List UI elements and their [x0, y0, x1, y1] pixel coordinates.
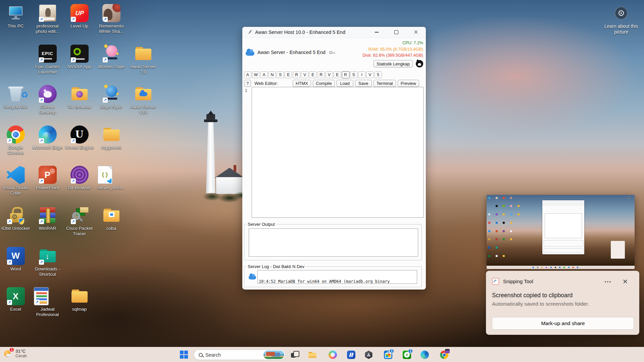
letter-tab-n-3[interactable]: N — [268, 71, 276, 78]
desktop-icon-github-desktop[interactable]: GitHub Desktop — [32, 85, 63, 115]
desktop-icon-this-pc[interactable]: This PC — [0, 4, 31, 29]
screenshot-preview[interactable] — [487, 195, 635, 269]
desktop-icon-powerpoint[interactable]: PPowerPoint — [32, 166, 63, 191]
desktop-icon-awan-server-7-0[interactable]: Awan Server 7.0 — [128, 45, 159, 75]
desktop-icon-downloads-shortcut[interactable]: Downloads - Shortcut — [32, 247, 63, 277]
desktop-icon-label: Awan Server 7.0 — [128, 64, 159, 75]
letter-tab-a-2[interactable]: A — [260, 71, 268, 78]
log-cloud-icon — [249, 275, 256, 279]
desktop-icon-iobit-unlocker[interactable]: IObit Unlocker — [0, 206, 31, 231]
key-icon — [329, 51, 332, 54]
desktop-icon-tor-browser-folder[interactable]: Tor Browser — [64, 85, 95, 110]
letter-tab-v-15[interactable]: V — [366, 71, 374, 78]
window-titlebar[interactable]: Awan Server Host 10.0 - Enhanced 5 End — [242, 27, 426, 38]
desktop-icon-coba[interactable]: coba — [96, 206, 127, 231]
desktop-icon-google-chrome[interactable]: Google Chrome — [0, 125, 31, 156]
help-button[interactable]: ? — [244, 80, 251, 87]
shortcut-arrow-icon — [7, 260, 12, 265]
desktop-icon-label: Tor Browser — [64, 104, 95, 110]
desktop-icon-visual-studio-code[interactable]: Visual Studio Code — [0, 166, 31, 196]
letter-tab-e-5[interactable]: E — [285, 71, 292, 78]
copilot-button[interactable] — [329, 351, 337, 359]
weather-widget[interactable]: 1 31°C Cerah — [3, 349, 27, 359]
markup-share-button[interactable]: Mark-up and share — [492, 317, 634, 330]
recycle-bin-icon — [7, 85, 25, 103]
desktop-icon-awan-server-v10[interactable]: Awan Server V10 — [128, 85, 159, 115]
compile-button[interactable]: Compile — [313, 80, 335, 87]
desktop-icon-rememento-white-sha[interactable]: Rememento White Sha... — [96, 4, 127, 34]
desktop-icon-label: Women Style — [96, 64, 127, 69]
letter-tab-r-6[interactable]: R — [293, 71, 300, 78]
letter-tab-5-16[interactable]: 5 — [375, 71, 382, 78]
task-view-button[interactable] — [291, 351, 299, 359]
close-button[interactable] — [408, 27, 423, 38]
letter-tab-i-14[interactable]: I — [358, 71, 365, 78]
minimize-button[interactable] — [369, 27, 384, 38]
letter-tab-e-11[interactable]: E — [334, 71, 341, 78]
github-desktop-icon — [39, 85, 57, 103]
load-button[interactable]: Load — [337, 80, 353, 87]
notification-close-icon[interactable] — [623, 279, 628, 284]
microsoft-store-button[interactable]: 1 — [384, 351, 392, 359]
desktop-icon-microsoft-edge[interactable]: Microsoft Edge — [32, 125, 63, 150]
maximize-button[interactable] — [389, 27, 404, 38]
desktop-icon-label: Word — [0, 266, 31, 272]
search-icon — [199, 353, 203, 357]
desktop-icon-label: coba — [96, 226, 127, 231]
letter-tab-r-12[interactable]: R — [342, 71, 349, 78]
notification-subtitle: Automatically saved to screenshots folde… — [492, 301, 589, 307]
desktop-icon-sqlmap[interactable]: sqlmap — [64, 287, 95, 312]
start-button[interactable] — [180, 351, 188, 359]
shortcut-arrow-icon — [71, 178, 76, 184]
letter-tab-s-13[interactable]: S — [350, 71, 357, 78]
save-button[interactable]: Save — [355, 80, 372, 87]
letter-tab-r-9[interactable]: R — [317, 71, 325, 78]
desktop-icon-server-host-file[interactable]: { }server_host... — [96, 166, 127, 191]
snipping-tool-icon — [492, 278, 499, 285]
htmx-button[interactable]: HTMX — [293, 80, 311, 87]
search-daily-image[interactable] — [263, 351, 284, 359]
desktop-icon-level-up[interactable]: UPLevel Up — [64, 4, 95, 29]
github-icon[interactable] — [416, 60, 423, 67]
app-header-label: Awan Server - Enhanced 5 End — [257, 50, 326, 55]
preview-button[interactable]: Preview — [398, 80, 419, 87]
letter-tab-s-4[interactable]: S — [277, 71, 284, 78]
this-pc-icon — [7, 4, 25, 22]
statistik-lengkap-button[interactable]: Statistik Lengkap — [374, 60, 413, 67]
desktop-icon-excel[interactable]: XExcel — [0, 287, 31, 312]
file-explorer-button[interactable] — [308, 351, 317, 359]
desktop-icon-jadwal-profesional[interactable]: Jadwal Profesional — [32, 287, 63, 317]
search-placeholder: Search — [205, 352, 263, 358]
app-hexagon-button[interactable] — [364, 351, 373, 359]
ram-stat: RAM: 55.0% (8.7GB/15.8GB) — [362, 46, 423, 53]
shortcut-arrow-icon — [39, 57, 44, 62]
desktop-icon-winrar[interactable]: WinRAR — [32, 206, 63, 231]
terminal-button[interactable]: Terminal — [374, 80, 396, 87]
desktop-icon-boys-style[interactable]: Boys Style — [96, 85, 127, 110]
letter-tab-a-0[interactable]: A — [244, 71, 251, 78]
desktop-icon-profesional-photo-edit[interactable]: profesional photo edit... — [32, 4, 63, 34]
desktop-icon-epic-games-launcher[interactable]: EPICEpic Games Launcher — [32, 45, 63, 75]
notification-more-icon[interactable] — [607, 281, 608, 282]
edge-button[interactable] — [420, 351, 429, 359]
server-log-box[interactable]: 10:4:52 MariaDB for win64 on AMD64 (mari… — [257, 270, 417, 284]
app-slashes-button[interactable] — [347, 351, 355, 359]
desktop-icon-tor-browser[interactable]: Tor Browser — [64, 166, 95, 191]
letter-tab-v-10[interactable]: V — [326, 71, 333, 78]
desktop-icon-recycle-bin[interactable]: Recycle Bin — [0, 85, 31, 110]
desktop-icon-label: Google Chrome — [0, 145, 31, 156]
desktop-icon-cisco-packet-tracer[interactable]: Cisco Packet Tracer — [64, 206, 95, 237]
search-box[interactable]: Search — [194, 350, 286, 360]
desktop-icon-unreal-engine[interactable]: UUnreal Engine — [64, 125, 95, 150]
xbox-button[interactable]: 1 — [403, 351, 411, 359]
code-editor[interactable] — [252, 87, 424, 218]
desktop-icon-nvidia-app[interactable]: NVIDIA App — [64, 45, 95, 69]
letter-tab-v-7[interactable]: V — [301, 71, 308, 78]
desktop-icon-women-style[interactable]: Women Style — [96, 45, 127, 69]
desktop-icon-word[interactable]: WWord — [0, 247, 31, 272]
desktop-icon-roygames[interactable]: roygames — [96, 125, 127, 150]
letter-tab-e-8[interactable]: E — [309, 71, 316, 78]
chrome-button[interactable] — [440, 351, 448, 359]
letter-tab-w-1[interactable]: W — [252, 71, 259, 78]
server-output-box[interactable] — [249, 228, 418, 257]
